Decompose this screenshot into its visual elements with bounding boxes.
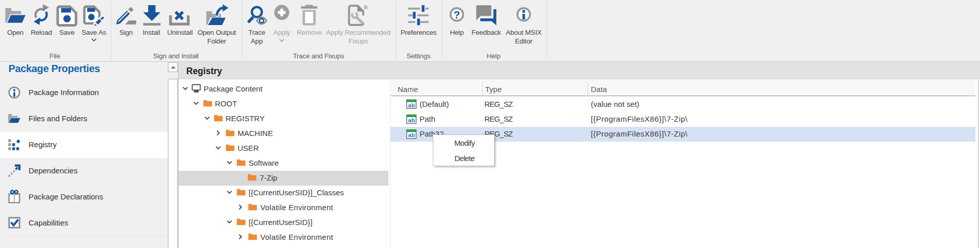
- svg-text:?: ?: [454, 9, 460, 20]
- svg-text:ab: ab: [408, 132, 414, 138]
- svg-text:ab: ab: [408, 102, 414, 108]
- svg-text:ab: ab: [408, 117, 414, 123]
